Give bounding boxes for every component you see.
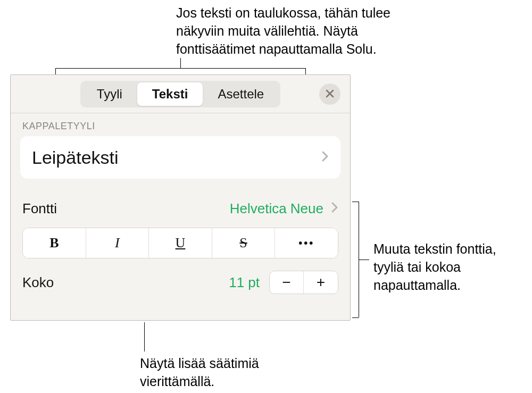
chevron-right-icon: [321, 149, 329, 166]
chevron-right-icon: [331, 200, 338, 217]
paragraph-style-name: Leipäteksti: [32, 147, 119, 168]
font-row[interactable]: Fontti Helvetica Neue: [22, 194, 338, 223]
callout-leader-right: [359, 260, 369, 260]
callout-bracket-tick-r: [305, 68, 306, 74]
size-decrease-button[interactable]: −: [270, 271, 304, 294]
close-icon: [326, 87, 334, 101]
callout-leader-top: [180, 58, 181, 68]
panel-header: Tyyli Teksti Asettele: [11, 75, 350, 113]
tab-arrange[interactable]: Asettele: [203, 82, 279, 106]
size-increase-button[interactable]: +: [304, 271, 338, 294]
format-panel: Tyyli Teksti Asettele KAPPALETYYLI Leipä…: [10, 74, 351, 321]
font-value: Helvetica Neue: [230, 200, 323, 217]
tab-bar: Tyyli Teksti Asettele: [80, 81, 280, 107]
paragraph-style-row[interactable]: Leipäteksti: [20, 136, 340, 179]
bold-button[interactable]: B: [23, 228, 86, 258]
italic-button[interactable]: I: [86, 228, 149, 258]
size-stepper: − +: [269, 271, 338, 294]
callout-bracket-tick-b: [352, 317, 359, 318]
size-label: Koko: [22, 274, 54, 291]
underline-button[interactable]: U: [149, 228, 212, 258]
callout-bottom: Näytä lisää säätimiä vierittämällä.: [140, 355, 310, 391]
callout-leader-bottom: [144, 322, 145, 352]
size-row: Koko 11 pt − +: [22, 269, 338, 296]
callout-bracket-h: [55, 68, 305, 69]
size-controls: 11 pt − +: [229, 271, 338, 294]
more-options-button[interactable]: •••: [275, 228, 338, 258]
size-value: 11 pt: [229, 274, 260, 291]
section-label-paragraph-style: KAPPALETYYLI: [11, 113, 350, 136]
text-style-buttons: B I U S •••: [22, 228, 338, 258]
strikethrough-button[interactable]: S: [212, 228, 276, 258]
tab-text[interactable]: Teksti: [137, 82, 203, 106]
font-label: Fontti: [22, 200, 57, 217]
font-section: Fontti Helvetica Neue B I U S ••• Koko 1…: [11, 194, 350, 296]
font-value-wrap: Helvetica Neue: [230, 200, 338, 217]
tab-style[interactable]: Tyyli: [82, 82, 137, 106]
callout-right: Muuta tekstin fonttia, tyyliä tai kokoa …: [373, 240, 528, 294]
callout-bracket-tick-t: [352, 202, 359, 202]
callout-top: Jos teksti on taulukossa, tähän tulee nä…: [176, 4, 426, 58]
callout-bracket-tick-l: [55, 68, 56, 74]
close-button[interactable]: [319, 83, 340, 105]
